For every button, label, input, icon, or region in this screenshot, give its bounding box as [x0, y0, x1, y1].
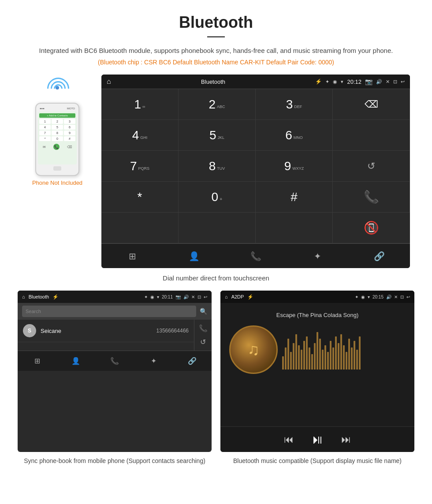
phone-voicemail-icon: ✉ — [43, 145, 46, 149]
phone-key-3[interactable]: 3 — [64, 119, 75, 124]
pb-cam-icon[interactable]: 📷 — [175, 295, 181, 299]
back-icon[interactable]: ↩ — [401, 79, 405, 85]
music-controls: ⏮ ⏯ ⏭ — [220, 426, 414, 452]
bluetooth-dot — [56, 86, 59, 90]
nav-phone-icon[interactable]: 📞 — [225, 244, 287, 268]
phonebook-screen: ⌂ Bluetooth ⚡ ✦ ◉ ▾ 20:11 📷 🔊 ✕ ⊡ ↩ — [18, 291, 212, 452]
viz-bar — [359, 336, 361, 370]
key-1[interactable]: 1 ∞ — [101, 89, 179, 120]
pb-nav-phone[interactable]: 📞 — [95, 351, 134, 371]
pb-contact-row[interactable]: S Seicane 13566664466 — [18, 320, 194, 342]
viz-bar — [343, 345, 345, 370]
phone-key-4[interactable]: 4 — [39, 125, 51, 130]
pb-call-icon[interactable]: 📞 — [199, 324, 208, 332]
viz-bar — [335, 336, 337, 370]
pb-side-icons: 📞 ↺ — [194, 320, 212, 351]
phone-signal: ●●● — [40, 107, 45, 110]
title-divider — [207, 36, 225, 37]
phone-key-hash[interactable]: # — [64, 136, 75, 141]
screen-title: Bluetooth — [201, 78, 225, 85]
pb-home-icon[interactable]: ⌂ — [22, 294, 25, 299]
phone-delete-icon[interactable]: ⌫ — [67, 145, 72, 149]
phone-key-6[interactable]: 6 — [64, 125, 75, 130]
phone-screen: + Add to Contacts 1 2 3 4 5 6 7 8 9 * 0 … — [38, 112, 77, 164]
music-win-icon[interactable]: ⊡ — [400, 295, 404, 299]
phone-key-star[interactable]: * — [39, 136, 51, 141]
dial-screen: ⌂ Bluetooth ⚡ ✦ ◉ ▾ 20:12 📷 🔊 ✕ ⊡ ↩ — [101, 75, 410, 268]
key-star[interactable]: * — [101, 182, 179, 213]
dial-keypad: 1 ∞ 2 ABC 3 DEF ⌫ — [101, 89, 410, 243]
volume-icon[interactable]: 🔊 — [376, 79, 382, 85]
play-pause-icon[interactable]: ⏯ — [311, 432, 324, 447]
phone-key-8[interactable]: 8 — [52, 131, 63, 135]
music-visualizer — [282, 330, 406, 370]
key-call-green[interactable]: 📞 — [333, 182, 410, 213]
key-5[interactable]: 5 JKL — [179, 120, 256, 151]
music-status-bar: ⌂ A2DP ⚡ ✦ ◉ ▾ 20:15 🔊 ✕ ⊡ ↩ — [220, 291, 414, 303]
viz-bar — [298, 345, 300, 370]
key-call-red[interactable]: 📵 — [333, 213, 410, 243]
key-8[interactable]: 8 TUV — [179, 151, 256, 182]
pb-nav-link[interactable]: 🔗 — [173, 351, 212, 371]
nav-keypad-icon[interactable]: ⊞ — [101, 244, 163, 268]
key-7[interactable]: 7 PQRS — [101, 151, 179, 182]
pb-reload-icon[interactable]: ↺ — [200, 338, 206, 346]
pb-nav-contacts[interactable]: 👤 — [56, 351, 95, 371]
pb-nav-keypad[interactable]: ⊞ — [18, 351, 56, 371]
usb-icon: ⚡ — [315, 78, 322, 85]
key-4[interactable]: 4 GHI — [101, 120, 179, 151]
key-3[interactable]: 3 DEF — [256, 89, 333, 120]
phone-key-7[interactable]: 7 — [39, 131, 51, 135]
key-0[interactable]: 0 + — [179, 182, 256, 213]
music-title-label: A2DP — [231, 294, 244, 299]
pb-search-icon[interactable]: 🔍 — [200, 308, 207, 315]
window-icon[interactable]: ⊡ — [393, 79, 397, 85]
prev-icon[interactable]: ⏮ — [284, 434, 294, 445]
viz-bar — [348, 339, 350, 370]
pb-win-icon[interactable]: ⊡ — [197, 295, 201, 299]
music-back-icon[interactable]: ↩ — [406, 295, 410, 299]
key-empty-2 — [333, 120, 410, 151]
phone-screen-header: + Add to Contacts — [39, 113, 75, 118]
phone-call-button[interactable]: 📞 — [53, 144, 60, 150]
key-reload[interactable]: ↺ — [333, 151, 410, 182]
key-backspace[interactable]: ⌫ — [333, 89, 410, 120]
page-wrapper: Bluetooth Integrated with BC6 Bluetooth … — [0, 0, 432, 485]
phone-key-2[interactable]: 2 — [52, 119, 63, 124]
nav-bluetooth-icon[interactable]: ✦ — [287, 244, 348, 268]
close-icon[interactable]: ✕ — [386, 79, 390, 85]
home-icon[interactable]: ⌂ — [107, 78, 111, 86]
viz-bar — [314, 343, 316, 370]
camera-icon[interactable]: 📷 — [365, 78, 372, 85]
pb-back-icon[interactable]: ↩ — [204, 295, 207, 299]
phone-body: ●●● MOTO + Add to Contacts 1 2 3 4 5 6 7… — [35, 103, 79, 176]
key-2[interactable]: 2 ABC — [179, 89, 256, 120]
key-9[interactable]: 9 WXYZ — [256, 151, 333, 182]
key-6[interactable]: 6 MNO — [256, 120, 333, 151]
location-icon: ◉ — [333, 79, 337, 85]
subtitle-text: Integrated with BC6 Bluetooth module, su… — [18, 45, 414, 56]
phone-key-0[interactable]: 0 — [52, 136, 63, 141]
music-content: Escape (The Pina Colada Song) ♫ — [220, 303, 414, 426]
pb-vol-icon[interactable]: 🔊 — [183, 295, 189, 299]
music-vol-icon[interactable]: 🔊 — [386, 295, 391, 299]
pb-nav-bt[interactable]: ✦ — [134, 351, 173, 371]
phone-key-1[interactable]: 1 — [39, 119, 51, 124]
pb-close-icon[interactable]: ✕ — [191, 295, 195, 299]
phone-home-button[interactable] — [53, 166, 61, 171]
nav-contacts-icon[interactable]: 👤 — [163, 244, 225, 268]
nav-settings-icon[interactable]: 🔗 — [348, 244, 410, 268]
key-hash[interactable]: # — [256, 182, 333, 213]
viz-bar — [351, 347, 353, 370]
dial-bottom-nav: ⊞ 👤 📞 ✦ 🔗 — [101, 243, 410, 268]
music-home-icon[interactable]: ⌂ — [225, 294, 228, 299]
music-close-icon[interactable]: ✕ — [394, 295, 398, 299]
viz-bar — [330, 341, 331, 370]
wifi-icon: ▾ — [341, 79, 343, 85]
song-title: Escape (The Pina Colada Song) — [276, 312, 358, 318]
viz-bar — [332, 347, 334, 370]
phone-key-9[interactable]: 9 — [64, 131, 75, 135]
phone-key-5[interactable]: 5 — [52, 125, 63, 130]
pb-search-input[interactable]: Search — [22, 306, 196, 317]
next-icon[interactable]: ⏭ — [341, 434, 351, 445]
